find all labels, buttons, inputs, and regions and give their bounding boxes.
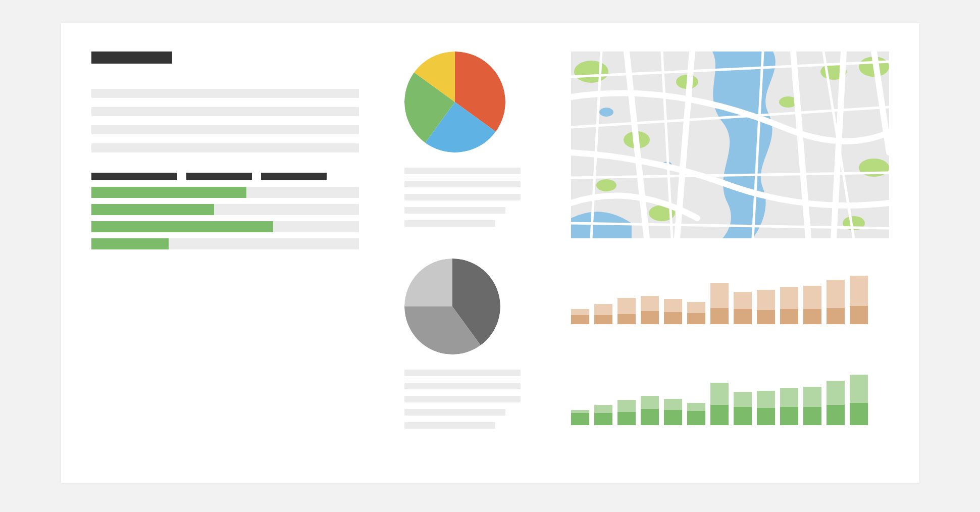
table-header-cell bbox=[261, 173, 327, 180]
bar-segment-dark bbox=[827, 308, 845, 324]
bar-column bbox=[827, 280, 845, 324]
hbar-row bbox=[91, 221, 359, 232]
bar-column bbox=[664, 399, 682, 425]
bar-segment-dark bbox=[827, 405, 845, 425]
bar-segment-dark bbox=[780, 407, 798, 425]
hbar-row bbox=[91, 238, 359, 249]
svg-point-3 bbox=[574, 61, 608, 83]
bar-segment-dark bbox=[780, 309, 798, 324]
bar-column bbox=[780, 388, 798, 425]
bar-column bbox=[803, 387, 821, 425]
middle-column bbox=[404, 52, 536, 435]
table-header bbox=[91, 173, 359, 180]
bar-column bbox=[617, 400, 636, 425]
bar-segment-dark bbox=[710, 308, 729, 324]
bar-column bbox=[710, 283, 729, 324]
bar-chart-green bbox=[571, 360, 889, 425]
bar-segment-dark bbox=[687, 411, 705, 425]
bar-column bbox=[780, 287, 798, 324]
legend-line bbox=[404, 181, 521, 187]
legend-line bbox=[404, 220, 495, 227]
bar-segment-dark bbox=[571, 315, 589, 324]
bar-column bbox=[734, 292, 752, 324]
hbar-fill bbox=[91, 204, 215, 215]
legend-line bbox=[404, 194, 521, 200]
pie-chart-1 bbox=[404, 52, 505, 152]
legend-line bbox=[404, 383, 521, 389]
pie-1-legend bbox=[404, 168, 536, 227]
bar-chart-tan bbox=[571, 259, 889, 324]
hbar-fill bbox=[91, 238, 169, 249]
hbar-fill bbox=[91, 187, 246, 198]
table-header-cell bbox=[91, 173, 177, 180]
bar-column bbox=[850, 276, 868, 324]
bar-segment-dark bbox=[641, 409, 659, 425]
bar-segment-dark bbox=[571, 413, 589, 425]
bar-segment-dark bbox=[641, 311, 659, 324]
bar-segment-dark bbox=[757, 408, 775, 425]
bar-column bbox=[757, 290, 775, 324]
bar-segment-dark bbox=[803, 407, 821, 425]
legend-line bbox=[404, 207, 505, 214]
text-line bbox=[91, 143, 359, 152]
bar-column bbox=[850, 375, 868, 425]
pie-chart-2 bbox=[404, 259, 500, 354]
bar-segment-dark bbox=[687, 313, 705, 324]
bar-segment-dark bbox=[594, 413, 612, 425]
bar-segment-dark bbox=[617, 412, 636, 425]
svg-point-1 bbox=[599, 108, 613, 117]
bar-column bbox=[687, 403, 705, 425]
bar-segment-dark bbox=[617, 314, 636, 324]
hbar-row bbox=[91, 204, 359, 215]
bar-column bbox=[803, 286, 821, 324]
left-column bbox=[91, 52, 359, 255]
bar-column bbox=[664, 299, 682, 324]
map-widget[interactable] bbox=[571, 52, 889, 238]
hbar-row bbox=[91, 187, 359, 198]
text-line bbox=[91, 89, 359, 98]
paragraph-placeholder bbox=[91, 89, 359, 152]
pie-slice bbox=[404, 259, 452, 306]
map-icon bbox=[571, 52, 889, 238]
bar-column bbox=[687, 302, 705, 324]
bar-column bbox=[827, 381, 845, 425]
right-column bbox=[571, 52, 889, 425]
dashboard-panel bbox=[61, 23, 919, 483]
legend-line bbox=[404, 396, 521, 402]
bar-segment-dark bbox=[664, 312, 682, 324]
bar-column bbox=[757, 391, 775, 425]
bar-segment-dark bbox=[803, 309, 821, 324]
bar-segment-dark bbox=[734, 309, 752, 324]
bar-column bbox=[617, 298, 636, 324]
table-header-cell bbox=[186, 173, 252, 180]
bar-column bbox=[571, 410, 589, 425]
bar-segment-dark bbox=[664, 410, 682, 425]
bar-column bbox=[734, 392, 752, 425]
legend-line bbox=[404, 422, 495, 429]
bar-column bbox=[594, 405, 612, 425]
horizontal-bar-chart bbox=[91, 187, 359, 249]
text-line bbox=[91, 125, 359, 134]
bar-column bbox=[571, 309, 589, 324]
bar-segment-dark bbox=[850, 403, 868, 425]
legend-line bbox=[404, 370, 521, 376]
bar-segment-dark bbox=[734, 407, 752, 425]
hbar-fill bbox=[91, 221, 273, 232]
bar-column bbox=[641, 396, 659, 425]
bar-segment-dark bbox=[594, 315, 612, 324]
svg-point-12 bbox=[596, 179, 616, 191]
text-line bbox=[91, 107, 359, 116]
legend-line bbox=[404, 168, 521, 174]
bar-column bbox=[594, 304, 612, 324]
legend-line bbox=[404, 409, 505, 416]
pie-2-legend bbox=[404, 370, 536, 429]
page-title bbox=[91, 52, 172, 64]
bar-segment-dark bbox=[710, 405, 729, 425]
bar-segment-dark bbox=[757, 310, 775, 324]
bar-column bbox=[710, 383, 729, 425]
bar-segment-dark bbox=[850, 306, 868, 324]
bar-column bbox=[641, 296, 659, 324]
